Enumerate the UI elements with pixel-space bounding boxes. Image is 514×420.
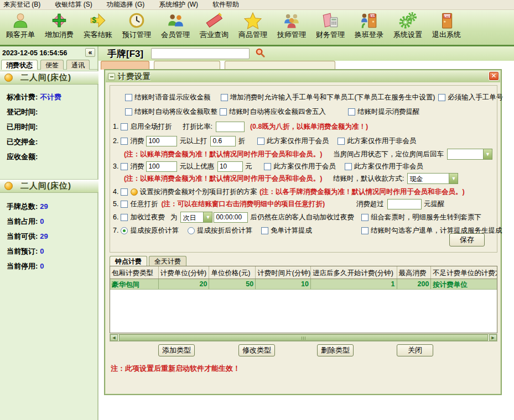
checkbox-member-only-2[interactable] bbox=[264, 163, 271, 170]
menu-item-help[interactable]: 软件帮助 bbox=[212, 0, 239, 9]
chevron-down-icon[interactable]: ▼ bbox=[483, 149, 492, 159]
setting-row-5: 5. 任意打折 (注：可以在结账窗口右击消费明细中的项目任意打折) bbox=[113, 199, 325, 209]
toolbar-guest-checkout-button[interactable]: $ 宾客结账 bbox=[79, 11, 117, 44]
horizontal-scrollbar: ◄ ► bbox=[110, 334, 497, 342]
over-consume-input[interactable] bbox=[387, 199, 422, 209]
cell-start-after: 1 bbox=[311, 279, 397, 289]
discount-rate-input[interactable] bbox=[216, 122, 245, 132]
orange-ball-icon bbox=[4, 74, 13, 82]
checkbox-round-half[interactable] bbox=[220, 108, 227, 116]
overnight-day-combo[interactable]: 次日 ▼ bbox=[180, 212, 212, 223]
radio-commission-discounted-price[interactable] bbox=[188, 227, 195, 234]
column-header: 计费单位(分钟) bbox=[159, 266, 210, 279]
toolbar-shift-login-button[interactable]: EXIT 换班登录 bbox=[350, 11, 388, 44]
amount-threshold-input-2[interactable] bbox=[146, 161, 177, 172]
sidebar-row: 登记时间: bbox=[7, 107, 40, 117]
checkbox-member-only[interactable] bbox=[257, 138, 264, 145]
toolbar-technician-management-button[interactable]: 技师管理 bbox=[272, 11, 311, 44]
sidebar-tab-notes[interactable]: 便签 bbox=[40, 60, 64, 70]
sidebar-row: 已用时间: bbox=[7, 122, 40, 132]
amount-threshold-input[interactable] bbox=[146, 136, 177, 146]
sidebar-tab-consume-status[interactable]: 消费状态 bbox=[1, 60, 38, 70]
menu-item-cashier[interactable]: 收银结算 (S) bbox=[55, 0, 92, 9]
option-label: 结账时语音提示应收金额 bbox=[134, 93, 211, 102]
chevron-down-icon[interactable]: ▼ bbox=[203, 212, 212, 222]
chevron-down-icon[interactable]: ▼ bbox=[449, 174, 458, 183]
delete-type-button[interactable]: 删除类型 bbox=[317, 344, 354, 356]
menu-item-guest-register[interactable]: 来宾登记 (B) bbox=[3, 0, 40, 9]
checkbox-combo-ticket[interactable] bbox=[361, 214, 368, 221]
member-management-icon bbox=[167, 12, 184, 29]
scroll-left-icon[interactable]: ◄ bbox=[110, 334, 118, 341]
combo-value: 现金 bbox=[408, 174, 449, 183]
checkbox-round-amount[interactable] bbox=[125, 108, 132, 116]
orange-ball-icon[interactable] bbox=[131, 188, 138, 196]
checkbox-consume-remind[interactable] bbox=[348, 108, 355, 116]
rebate-value-input[interactable] bbox=[217, 161, 243, 172]
default-payment-method: 结账时，默认收款方式: 现金 ▼ bbox=[333, 174, 458, 183]
unit-label: 折 bbox=[238, 136, 245, 146]
toolbar-exit-system-button[interactable]: EXIT 退出系统 bbox=[427, 11, 466, 44]
add-type-button[interactable]: 添加类型 bbox=[158, 344, 195, 356]
checkbox-overnight-fee[interactable] bbox=[121, 214, 128, 221]
toolbar-reservation-button[interactable]: 预订管理 bbox=[117, 11, 156, 44]
background-tab[interactable] bbox=[225, 61, 335, 70]
checkbox-rebate-over-amount[interactable] bbox=[121, 163, 128, 170]
toolbar-business-query-button[interactable]: 营业查询 bbox=[195, 11, 233, 44]
option-label: 提成按折后价计算 bbox=[197, 226, 252, 235]
payment-method-combo[interactable]: 现金 ▼ bbox=[407, 173, 458, 184]
discount-value-input[interactable] bbox=[210, 136, 236, 146]
svg-text:EXIT: EXIT bbox=[444, 15, 451, 18]
sidebar-collapse-button[interactable]: « bbox=[85, 48, 95, 57]
checkbox-global-discount[interactable] bbox=[121, 123, 128, 130]
tab-allday-billing[interactable]: 全天计费 bbox=[149, 256, 186, 266]
billing-settings-dialog: 计费设置 ✕ 结账时语音提示应收金额 增加消费时允许输入手工单号和下单员工(下单… bbox=[104, 69, 502, 395]
toolbar-goods-management-button[interactable]: 商品管理 bbox=[233, 11, 272, 44]
cell-room-type: 豪华包间 bbox=[110, 279, 159, 289]
close-button[interactable]: 关闭 bbox=[397, 344, 433, 356]
checkbox-free-bill-commission[interactable] bbox=[261, 227, 268, 234]
row-value: 29 bbox=[40, 232, 48, 240]
room-enter-combo[interactable]: ▼ bbox=[447, 149, 492, 160]
handcard-search-input[interactable] bbox=[151, 48, 250, 59]
table-row[interactable]: 豪华包间 20 50 10 1 200 按计费单位 bbox=[110, 279, 497, 290]
background-tab[interactable] bbox=[154, 61, 220, 70]
billing-type-table: 包厢计费类型 计费单位(分钟) 单位价格(元) 计费时间片(分钟) 进店后多久开… bbox=[110, 266, 497, 333]
checkbox-voice-prompt[interactable] bbox=[125, 94, 132, 101]
menu-item-functions[interactable]: 功能选择 (G) bbox=[107, 0, 145, 9]
toolbar-customer-open-bill-button[interactable]: 顾客开单 bbox=[1, 11, 40, 44]
overnight-time-input[interactable] bbox=[214, 212, 248, 223]
option-label: 此方案仅作用于非会员 bbox=[354, 162, 423, 171]
checkbox-refund-commission[interactable] bbox=[361, 227, 368, 234]
toolbar-add-consumption-button[interactable]: 增加消费 bbox=[40, 11, 79, 44]
scrollbar-thumb[interactable] bbox=[119, 334, 488, 341]
menu-item-maintenance[interactable]: 系统维护 (W) bbox=[159, 0, 198, 9]
edit-type-button[interactable]: 修改类型 bbox=[238, 344, 275, 356]
unit-label: 元 bbox=[245, 162, 252, 171]
option-label: 消费 bbox=[130, 162, 144, 171]
close-icon[interactable]: ✕ bbox=[489, 71, 499, 81]
checkbox-nonmember-only-2[interactable] bbox=[345, 163, 352, 170]
background-tab[interactable] bbox=[101, 61, 149, 70]
sidebar-tab-messages[interactable]: 通讯 bbox=[66, 60, 90, 70]
checkbox-discount-over-amount[interactable] bbox=[121, 138, 128, 145]
toolbar-button-label: 财务管理 bbox=[316, 30, 345, 40]
tab-hourly-billing[interactable]: 钟点计费 bbox=[110, 256, 147, 266]
save-button[interactable]: 保存 bbox=[449, 233, 485, 246]
row-number: 5. bbox=[113, 200, 118, 208]
checkbox-must-manual-no[interactable] bbox=[438, 94, 445, 101]
radio-commission-original-price[interactable] bbox=[121, 227, 128, 234]
checkbox-nonmember-only[interactable] bbox=[338, 138, 345, 145]
checkbox-manual-bill-no[interactable] bbox=[221, 94, 228, 101]
scroll-right-icon[interactable]: ► bbox=[489, 334, 497, 341]
system-settings-icon bbox=[399, 12, 417, 29]
sidebar: 2023-12-05 16:54:56 « 消费状态 便签 通讯 二人间(床位)… bbox=[0, 46, 98, 420]
toolbar-finance-management-button[interactable]: 财务管理 bbox=[311, 11, 350, 44]
toolbar-button-label: 会员管理 bbox=[161, 30, 190, 40]
checkbox-free-discount[interactable] bbox=[121, 201, 128, 208]
toolbar-member-management-button[interactable]: 会员管理 bbox=[156, 11, 195, 44]
search-icon[interactable] bbox=[255, 48, 266, 60]
toolbar-system-settings-button[interactable]: 系统设置 bbox=[388, 11, 427, 44]
checkbox-item-discount-plan[interactable] bbox=[121, 188, 128, 196]
option-label: 此方案仅作用于会员 bbox=[273, 162, 336, 171]
